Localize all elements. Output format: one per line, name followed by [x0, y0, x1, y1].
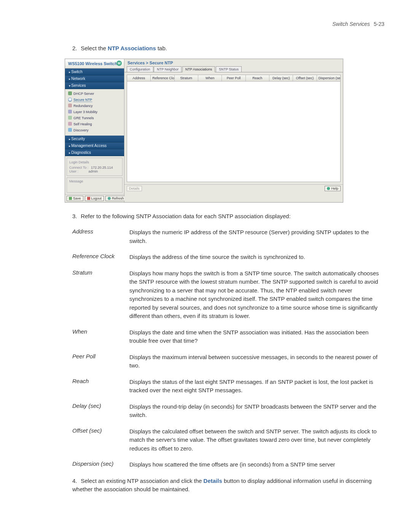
l3-icon	[68, 110, 72, 113]
message-box: Message	[67, 177, 123, 193]
services-tree: DHCP Server Secure NTP Redundancy Layer …	[65, 89, 124, 136]
def-peer-poll: Peer Poll Displays the maximum interval …	[72, 353, 384, 370]
gre-icon	[68, 116, 72, 120]
def-stratum: Stratum Displays how many hops the switc…	[72, 269, 384, 321]
refresh-button[interactable]: Refresh	[105, 196, 126, 201]
details-button[interactable]: Details	[127, 186, 142, 191]
def-offset: Offset (sec) Displays the calculated off…	[72, 427, 384, 453]
col-reach[interactable]: Reach	[246, 75, 269, 81]
left-panel: WS5100 Wireless Switch M Switch Network …	[65, 59, 124, 202]
tab-configuration[interactable]: Configuration	[127, 66, 153, 72]
tree-redundancy[interactable]: Redundancy	[68, 103, 124, 109]
user-value: admin	[89, 169, 98, 173]
details-link: Details	[204, 478, 222, 484]
redundancy-icon	[68, 104, 72, 107]
page-header: Switch Services 5-23	[27, 21, 384, 27]
tab-ntp-associations[interactable]: NTP Associations	[182, 66, 215, 72]
col-stratum[interactable]: Stratum	[175, 75, 198, 81]
dhcp-icon	[68, 91, 72, 95]
nav-diagnostics[interactable]: Diagnostics	[65, 149, 124, 156]
product-title: WS5100 Wireless Switch M	[65, 59, 124, 69]
ntp-associations-link: NTP Associations	[108, 45, 156, 51]
motorola-icon: M	[116, 61, 122, 66]
col-dispersion[interactable]: Dispersion (sec)	[317, 75, 340, 81]
tree-gre[interactable]: GRE Tunnels	[68, 115, 124, 121]
nav-services[interactable]: Services	[65, 82, 124, 89]
def-reach: Reach Displays the status of the last ei…	[72, 378, 384, 395]
tab-ntp-neighbor[interactable]: NTP Neighbor	[154, 66, 182, 72]
nav-switch[interactable]: Switch	[65, 69, 124, 75]
def-dispersion: Dispersion (sec) Displays how scattered …	[72, 460, 384, 469]
breadcrumb: Services > Secure NTP	[124, 59, 343, 65]
help-icon	[327, 187, 330, 190]
col-offset[interactable]: Offset (sec)	[293, 75, 317, 81]
step-3: 3. Refer to the following SNTP Associati…	[72, 212, 384, 221]
tabs: Configuration NTP Neighbor NTP Associati…	[124, 66, 343, 72]
right-panel: Services > Secure NTP Configuration NTP …	[124, 59, 343, 202]
app-screenshot: WS5100 Wireless Switch M Switch Network …	[65, 59, 343, 203]
discovery-icon	[68, 128, 72, 132]
col-reference-clock[interactable]: Reference Clock	[151, 75, 174, 81]
tab-sntp-status[interactable]: SNTP Status	[216, 66, 242, 72]
save-button[interactable]: Save	[67, 196, 83, 201]
col-address[interactable]: Address	[127, 75, 151, 81]
logout-icon	[87, 197, 90, 200]
table-header: Address Reference Clock Stratum When Pee…	[127, 75, 340, 81]
connect-value: 172.20.25.114	[91, 166, 113, 169]
col-when[interactable]: When	[198, 75, 222, 81]
definitions: Address Displays the numeric IP address …	[72, 228, 384, 469]
col-delay[interactable]: Delay (sec)	[269, 75, 293, 81]
tree-secure-ntp[interactable]: Secure NTP	[68, 97, 124, 103]
help-button[interactable]: Help	[325, 186, 341, 191]
def-reference-clock: Reference Clock Displays the address of …	[72, 253, 384, 262]
logout-button[interactable]: Logout	[85, 196, 104, 201]
nav-network[interactable]: Network	[65, 75, 124, 82]
step-4: 4. Select an existing NTP association an…	[72, 477, 384, 494]
clock-icon	[68, 97, 72, 102]
tree-l3-mobility[interactable]: Layer 3 Mobility	[68, 109, 124, 115]
step-2: 2. Select the NTP Associations tab.	[72, 44, 384, 53]
tree-self-healing[interactable]: Self Healing	[68, 121, 124, 127]
def-address: Address Displays the numeric IP address …	[72, 228, 384, 245]
header-pagenum: 5-23	[374, 21, 384, 27]
refresh-icon	[108, 197, 111, 200]
tree-dhcp[interactable]: DHCP Server	[68, 91, 124, 97]
heal-icon	[68, 122, 72, 126]
login-details: Login Details Connect To : 172.20.25.114…	[67, 158, 123, 176]
nav-security[interactable]: Security	[65, 136, 124, 142]
tree-discovery[interactable]: Discovery	[68, 127, 124, 133]
associations-table[interactable]: Address Reference Clock Stratum When Pee…	[127, 75, 341, 182]
def-delay: Delay (sec) Displays the round-trip dela…	[72, 403, 384, 420]
def-when: When Displays the date and time when the…	[72, 328, 384, 345]
header-title: Switch Services	[332, 21, 370, 27]
col-peer-poll[interactable]: Peer Poll	[222, 75, 245, 81]
nav-management-access[interactable]: Management Access	[65, 142, 124, 149]
save-icon	[69, 197, 72, 200]
